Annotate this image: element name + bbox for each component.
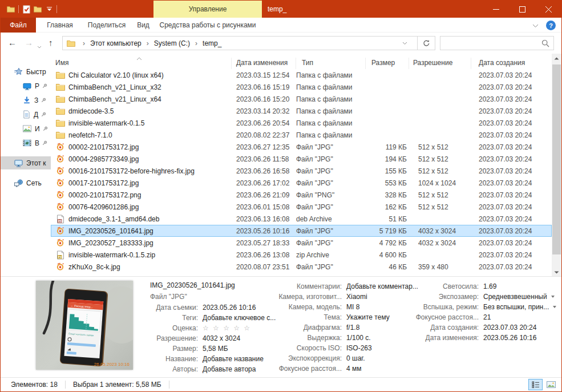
downloads-icon bbox=[23, 96, 31, 104]
vertical-scrollbar[interactable] bbox=[552, 54, 561, 277]
tab-picture-tools[interactable]: Средства работы с рисунками bbox=[153, 18, 262, 33]
properties-check-icon[interactable] bbox=[21, 3, 32, 15]
minimize-button[interactable] bbox=[483, 1, 509, 18]
thumbnails-view-button[interactable] bbox=[544, 379, 558, 390]
search-input[interactable] bbox=[440, 37, 541, 50]
column-header-size[interactable]: Размер bbox=[366, 58, 409, 69]
refresh-icon[interactable] bbox=[418, 37, 435, 50]
file-modified: 2023.06.16 15:19 bbox=[232, 83, 296, 91]
details-field[interactable]: Название: Добавьте название bbox=[150, 354, 262, 364]
table-row[interactable]: D Z dmidecode-3.5 2023.03.14 20:32 Папка… bbox=[51, 105, 552, 117]
details-field[interactable]: Выдержка: 1/100 с. bbox=[263, 333, 405, 343]
qat-dropdown-icon[interactable] bbox=[43, 3, 55, 15]
details-field[interactable]: Фокусное расстоя... 4 мм bbox=[263, 363, 405, 374]
file-name: 00004-2985773349.jpg bbox=[68, 155, 139, 163]
table-row[interactable]: D Z 00076-4209601286.jpg 2023.06.01 15:0… bbox=[51, 201, 552, 213]
file-size: 51 КБ bbox=[366, 215, 409, 223]
column-header-type[interactable]: Тип bbox=[296, 58, 366, 69]
sidebar-item-this-pc[interactable]: Этот к bbox=[1, 156, 51, 169]
file-icon: D Z bbox=[55, 250, 65, 260]
search-icon[interactable] bbox=[541, 39, 549, 47]
table-row[interactable]: D Z ChimbaBench_v21_Linux_x32 2023.06.16… bbox=[51, 81, 552, 93]
forward-icon[interactable]: → bbox=[25, 37, 33, 49]
scroll-up-icon[interactable] bbox=[552, 54, 561, 63]
details-field[interactable]: Авторы: Добавьте автора bbox=[150, 364, 262, 374]
column-header-modified[interactable]: Дата изменения bbox=[232, 58, 296, 69]
ribbon-expand-icon[interactable] bbox=[532, 22, 539, 30]
file-type: Папка с файлами bbox=[296, 83, 366, 91]
address-dropdown-icon[interactable] bbox=[397, 37, 413, 50]
details-field[interactable]: Комментарии: Добавьте комментар... bbox=[263, 281, 405, 292]
breadcrumb-drive-c[interactable]: System (C:) bbox=[153, 39, 191, 47]
details-field[interactable]: Размер: 5,58 МБ bbox=[150, 343, 262, 354]
sidebar-item-quick-access[interactable]: Быстр bbox=[1, 65, 51, 78]
details-field[interactable]: Дата съемки: 2023.05.26 10:16 bbox=[150, 302, 262, 313]
preview-thumbnail[interactable]: ← Расход энер... Смарт-контроль заряда 2… bbox=[36, 281, 133, 370]
table-row[interactable]: D Z 00020-2101753172.png 2023.06.26 21:0… bbox=[51, 189, 552, 201]
sidebar-item-desktop[interactable]: Р bbox=[1, 79, 51, 92]
scrollbar-thumb[interactable] bbox=[552, 64, 561, 254]
table-row[interactable]: D Z IMG_20230526_101641.jpg 2023.05.26 1… bbox=[51, 225, 552, 237]
details-field[interactable]: Дата изменения: 2023.05.26 10:16 bbox=[400, 333, 560, 343]
details-field[interactable]: Фокусное расстоя... 21 bbox=[400, 312, 560, 322]
file-modified: 2023.06.27 12:35 bbox=[232, 143, 296, 151]
file-created: 2023.07.03 20:24 bbox=[471, 95, 548, 103]
sidebar-item-downloads[interactable]: З bbox=[1, 94, 51, 107]
file-type: Файл "JPG" bbox=[296, 239, 366, 247]
details-field[interactable]: Камера, модель: MI 8 bbox=[263, 302, 405, 312]
table-row[interactable]: D Z 00016-2101753172-before-highres-fix.… bbox=[51, 165, 552, 177]
details-field[interactable]: Тема: Укажите тему bbox=[263, 312, 405, 322]
details-field[interactable]: Скорость ISO: ISO-263 bbox=[263, 343, 405, 353]
sidebar-item-videos[interactable]: В bbox=[1, 136, 51, 149]
tab-file[interactable]: Файл bbox=[1, 18, 36, 33]
table-row[interactable]: D Z invisible-watermark-0.1.5 2023.06.26… bbox=[51, 117, 552, 129]
details-field[interactable]: Диафрагма: f/1.8 bbox=[263, 322, 405, 333]
sidebar-item-pictures[interactable]: И bbox=[1, 122, 51, 135]
breadcrumb-temp[interactable]: temp_ bbox=[201, 39, 223, 47]
tab-view[interactable]: Вид bbox=[132, 18, 155, 33]
table-row[interactable]: D Z 00004-2985773349.jpg 2023.06.26 11:5… bbox=[51, 153, 552, 165]
table-row[interactable]: D Z neofetch-7.1.0 2020.08.02 22:37 Папк… bbox=[51, 129, 552, 141]
column-header-created[interactable]: Дата создания bbox=[471, 58, 548, 69]
address-box[interactable]: › Этот компьютер › System (C:) › temp_ bbox=[62, 36, 435, 50]
details-field[interactable]: Теги: Добавьте ключевое с... bbox=[150, 313, 262, 323]
file-size: 194 КБ bbox=[366, 155, 409, 163]
details-field[interactable]: Вспышка, режим: Без вспышки, прин... bbox=[400, 302, 560, 312]
close-button[interactable] bbox=[535, 1, 561, 18]
table-row[interactable]: D Z 00017-2101753172.jpg 2023.06.26 17:0… bbox=[51, 177, 552, 189]
file-modified: 2023.06.01 15:08 bbox=[232, 203, 296, 211]
back-icon[interactable]: ← bbox=[8, 37, 17, 49]
details-field[interactable]: Экспозамер: Средневзвешенный bbox=[400, 292, 560, 302]
folder-icon[interactable] bbox=[5, 3, 17, 15]
tab-share[interactable]: Поделиться bbox=[82, 18, 132, 33]
tab-manage-context[interactable]: Управление bbox=[153, 1, 262, 18]
up-icon[interactable]: ↑ bbox=[48, 37, 53, 49]
table-row[interactable]: D Z 00002-2101753172.jpg 2023.06.27 12:3… bbox=[51, 141, 552, 153]
file-resolution: 4032 x 3024 bbox=[409, 227, 471, 235]
details-field[interactable]: Светосила: 1.69 bbox=[400, 281, 560, 292]
breadcrumb-this-pc[interactable]: Этот компьютер bbox=[89, 39, 143, 47]
sidebar-item-network[interactable]: Сеть bbox=[1, 176, 51, 189]
table-row[interactable]: D Z IMG_20230527_183333.jpg 2023.05.27 1… bbox=[51, 237, 552, 249]
history-dropdown-icon[interactable] bbox=[37, 40, 42, 51]
details-field[interactable]: Дата создания: 2023.07.03 20:24 bbox=[400, 322, 560, 333]
folder-icon[interactable] bbox=[32, 3, 43, 15]
table-row[interactable]: D Z ChimbaBench_v21_Linux_x64 2023.06.16… bbox=[51, 93, 552, 105]
details-field[interactable]: Оценка: ☆ ☆ ☆ ☆ ☆ bbox=[150, 323, 262, 333]
table-row[interactable]: D Z zKhuXo_8c-k.jpg 2020.08.07 23:51 Фай… bbox=[51, 261, 552, 273]
maximize-button[interactable] bbox=[509, 1, 535, 18]
table-row[interactable]: D Z dmidecode_3.1-1_amd64.deb 2023.06.13… bbox=[51, 213, 552, 225]
table-row[interactable]: D Z Chi Calculator v2.10 (linux x64) 202… bbox=[51, 69, 552, 81]
table-row[interactable]: D Z invisible-watermark-0.1.5.zip 2023.0… bbox=[51, 249, 552, 261]
details-view-button[interactable] bbox=[528, 379, 543, 390]
pin-icon bbox=[42, 82, 47, 90]
ribbon-tabs: Файл Главная Поделиться Вид Средства раб… bbox=[1, 18, 561, 33]
file-icon: D Z bbox=[55, 95, 65, 104]
details-field[interactable]: Разрешение: 4032 x 3024 bbox=[150, 333, 262, 343]
details-field[interactable]: Камера, изготовит... Xiaomi bbox=[263, 292, 405, 302]
help-icon[interactable]: ? bbox=[546, 21, 556, 30]
tab-home[interactable]: Главная bbox=[38, 18, 82, 33]
sidebar-item-documents[interactable]: Д bbox=[1, 108, 51, 121]
details-field[interactable]: Экспокоррекция: 0 шаг. bbox=[263, 353, 405, 363]
column-header-resolution[interactable]: Разрешение bbox=[409, 58, 471, 69]
